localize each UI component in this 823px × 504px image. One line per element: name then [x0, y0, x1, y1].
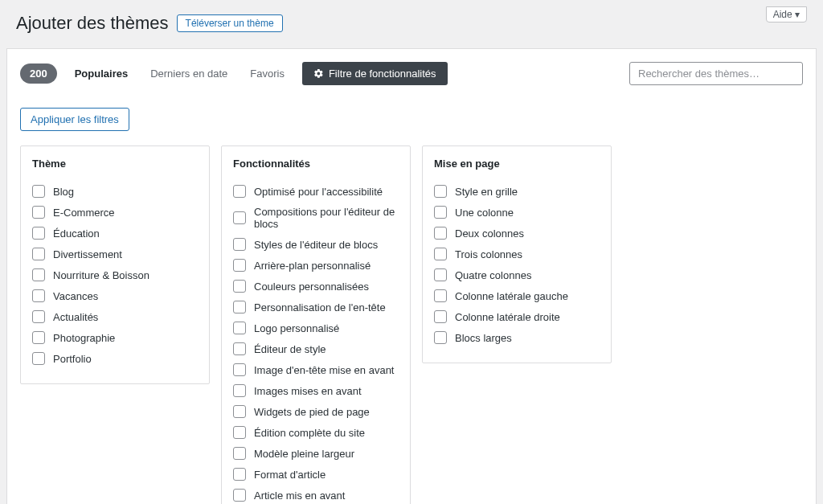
list-item[interactable]: Logo personnalisé: [233, 318, 399, 338]
list-item[interactable]: Éducation: [32, 223, 198, 244]
checkbox[interactable]: [233, 426, 246, 439]
list-item[interactable]: Arrière-plan personnalisé: [233, 255, 399, 276]
list-item[interactable]: Édition complète du site: [233, 422, 399, 443]
list-item[interactable]: Trois colonnes: [434, 244, 600, 264]
list-item[interactable]: E-Commerce: [32, 202, 198, 223]
list-item-label: Divertissement: [53, 248, 122, 260]
checkbox[interactable]: [434, 289, 447, 302]
list-item[interactable]: Compositions pour l'éditeur de blocs: [233, 202, 399, 234]
list-item-label: Style en grille: [455, 186, 518, 198]
checkbox[interactable]: [434, 227, 447, 240]
column-theme-title: Thème: [32, 158, 198, 170]
list-item-label: Logo personnalisé: [254, 322, 339, 334]
checkbox[interactable]: [233, 280, 246, 293]
list-item-label: Personnalisation de l'en-tête: [254, 301, 386, 313]
list-item[interactable]: Colonne latérale gauche: [434, 285, 600, 306]
upload-theme-button[interactable]: Téléverser un thème: [177, 14, 283, 32]
checkbox[interactable]: [434, 331, 447, 344]
list-item[interactable]: Colonne latérale droite: [434, 306, 600, 327]
list-item-label: Colonne latérale droite: [455, 311, 560, 323]
checkbox[interactable]: [434, 268, 447, 281]
checkbox[interactable]: [233, 489, 246, 502]
checkbox[interactable]: [233, 468, 246, 481]
checkbox[interactable]: [32, 289, 45, 302]
checkbox[interactable]: [32, 206, 45, 219]
list-item[interactable]: Actualités: [32, 306, 198, 327]
column-layout-title: Mise en page: [434, 158, 600, 170]
apply-filters-button[interactable]: Appliquer les filtres: [20, 108, 129, 131]
list-item[interactable]: Blocs larges: [434, 327, 600, 348]
list-item[interactable]: Format d'article: [233, 464, 399, 485]
list-item-label: Format d'article: [254, 469, 326, 481]
checkbox[interactable]: [233, 405, 246, 418]
list-item[interactable]: Widgets de pied de page: [233, 401, 399, 422]
list-item[interactable]: Images mises en avant: [233, 380, 399, 401]
page-header: Ajouter des thèmes Téléverser un thème A…: [6, 6, 817, 48]
checkbox[interactable]: [32, 268, 45, 281]
checkbox[interactable]: [32, 331, 45, 344]
list-item[interactable]: Style en grille: [434, 181, 600, 202]
list-item-label: Photographie: [53, 332, 115, 344]
list-item-label: Éducation: [53, 227, 100, 240]
list-item[interactable]: Couleurs personnalisées: [233, 276, 399, 297]
list-item-label: Quatre colonnes: [455, 269, 531, 281]
list-item[interactable]: Image d'en-tête mise en avant: [233, 359, 399, 380]
checkbox[interactable]: [434, 206, 447, 219]
list-item[interactable]: Personnalisation de l'en-tête: [233, 297, 399, 318]
list-item-label: Widgets de pied de page: [254, 406, 370, 418]
list-item-label: Optimisé pour l'accessibilité: [254, 186, 383, 198]
checkbox[interactable]: [233, 238, 246, 251]
checkbox[interactable]: [32, 227, 45, 240]
list-item-label: Modèle pleine largeur: [254, 448, 354, 460]
feature-filter-button[interactable]: Filtre de fonctionnalités: [302, 62, 448, 85]
list-item[interactable]: Quatre colonnes: [434, 264, 600, 285]
list-item-label: Trois colonnes: [455, 248, 522, 260]
checkbox[interactable]: [233, 259, 246, 272]
checkbox[interactable]: [434, 310, 447, 323]
checkbox[interactable]: [32, 248, 45, 260]
checkbox[interactable]: [32, 185, 45, 198]
help-button[interactable]: Aide ▾: [766, 6, 807, 23]
checkbox[interactable]: [32, 352, 45, 365]
list-item-label: Images mises en avant: [254, 385, 362, 397]
feature-filter-label: Filtre de fonctionnalités: [329, 68, 436, 80]
search-box: [629, 62, 803, 85]
list-item[interactable]: Blog: [32, 181, 198, 202]
list-item-label: Actualités: [53, 311, 98, 323]
search-input[interactable]: [629, 62, 803, 85]
list-item[interactable]: Portfolio: [32, 348, 198, 369]
tab-latest[interactable]: Derniers en date: [141, 63, 237, 84]
list-item-label: Blocs larges: [455, 332, 512, 344]
checkbox[interactable]: [434, 248, 447, 260]
checkbox[interactable]: [233, 447, 246, 460]
list-item[interactable]: Deux colonnes: [434, 223, 600, 244]
checkbox[interactable]: [32, 310, 45, 323]
list-item[interactable]: Une colonne: [434, 202, 600, 223]
checkbox[interactable]: [233, 363, 246, 376]
checkbox[interactable]: [233, 211, 246, 224]
checkbox[interactable]: [233, 301, 246, 313]
list-item-label: Éditeur de style: [254, 343, 326, 355]
checkbox[interactable]: [233, 322, 246, 334]
list-item-label: Arrière-plan personnalisé: [254, 260, 371, 272]
checkbox[interactable]: [233, 185, 246, 198]
list-item-label: Blog: [53, 186, 74, 198]
list-item[interactable]: Éditeur de style: [233, 338, 399, 359]
list-item[interactable]: Nourriture & Boisson: [32, 264, 198, 285]
checkbox[interactable]: [434, 185, 447, 198]
list-item[interactable]: Styles de l'éditeur de blocs: [233, 234, 399, 255]
list-item[interactable]: Article mis en avant: [233, 485, 399, 504]
column-layout-list: Style en grilleUne colonneDeux colonnesT…: [434, 181, 600, 348]
list-item[interactable]: Optimisé pour l'accessibilité: [233, 181, 399, 202]
tab-favorites[interactable]: Favoris: [240, 63, 294, 84]
list-item[interactable]: Photographie: [32, 327, 198, 348]
list-item[interactable]: Vacances: [32, 285, 198, 306]
list-item-label: Portfolio: [53, 353, 92, 365]
checkbox[interactable]: [233, 342, 246, 355]
list-item[interactable]: Divertissement: [32, 244, 198, 264]
filter-columns: Thème BlogE-CommerceÉducationDivertissem…: [20, 145, 803, 504]
checkbox[interactable]: [233, 384, 246, 397]
list-item-label: Deux colonnes: [455, 227, 524, 240]
tab-popular[interactable]: Populaires: [65, 63, 137, 84]
list-item[interactable]: Modèle pleine largeur: [233, 443, 399, 464]
